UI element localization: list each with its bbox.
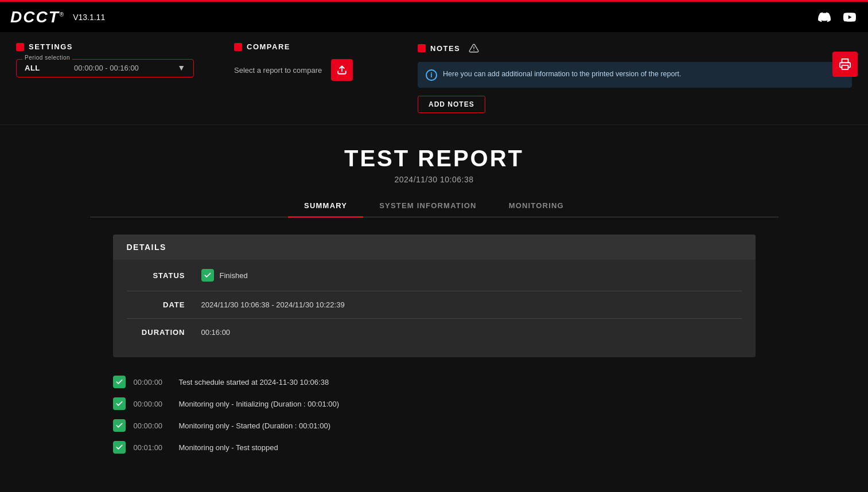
tab-system-information[interactable]: SYSTEM INFORMATION <box>363 196 492 217</box>
topbar: DCCT® V13.1.11 <box>0 0 868 32</box>
settings-red-square <box>16 43 24 51</box>
log-text-1: Test schedule started at 2024-11-30 10:0… <box>179 378 329 386</box>
log-entry: 00:00:00 Test schedule started at 2024-1… <box>113 371 756 393</box>
log-container: 00:00:00 Test schedule started at 2024-1… <box>90 357 779 458</box>
details-row-date: DATE 2024/11/30 10:06:38 - 2024/11/30 10… <box>127 291 742 319</box>
tab-summary[interactable]: SUMMARY <box>288 196 363 217</box>
log-time-2: 00:00:00 <box>134 400 171 408</box>
youtube-icon[interactable] <box>842 9 858 25</box>
settings-bar: SETTINGS Period selection ALL 00:00:00 -… <box>0 32 868 125</box>
compare-inner: Select a report to compare <box>234 59 395 81</box>
period-select-label: Period selection <box>22 54 72 61</box>
period-select[interactable]: Period selection ALL 00:00:00 - 00:16:00… <box>16 59 194 77</box>
main-content: TEST REPORT 2024/11/30 10:06:38 SUMMARY … <box>90 125 779 481</box>
notes-red-square <box>418 44 426 52</box>
notes-info-icon: i <box>426 69 437 81</box>
add-notes-button[interactable]: ADD NOTES <box>418 96 485 113</box>
status-value: Finished <box>201 269 742 282</box>
compare-section: COMPARE Select a report to compare <box>234 42 418 81</box>
svg-rect-2 <box>842 65 848 69</box>
tabs-row: SUMMARY SYSTEM INFORMATION MONITORING <box>90 196 779 217</box>
duration-value: 00:16:00 <box>201 328 742 337</box>
topbar-left: DCCT® V13.1.11 <box>10 9 105 25</box>
compare-title: COMPARE <box>234 42 395 51</box>
print-button[interactable] <box>832 52 858 77</box>
log-check-icon-2 <box>113 397 126 410</box>
log-entry: 00:00:00 Monitoring only - Initializing … <box>113 393 756 415</box>
details-box: DETAILS STATUS Finished <box>113 235 756 357</box>
log-time-1: 00:00:00 <box>134 378 171 386</box>
log-text-3: Monitoring only - Started (Duration : 00… <box>179 421 330 430</box>
date-value: 2024/11/30 10:06:38 - 2024/11/30 10:22:3… <box>201 300 742 309</box>
app-logo: DCCT® <box>10 9 65 25</box>
log-entry: 00:01:00 Monitoring only - Test stopped <box>113 436 756 458</box>
compare-label: Select a report to compare <box>234 66 322 75</box>
details-container: DETAILS STATUS Finished <box>90 217 779 357</box>
log-text-4: Monitoring only - Test stopped <box>179 443 278 452</box>
log-check-icon-3 <box>113 419 126 432</box>
report-title: TEST REPORT <box>90 146 779 171</box>
settings-title: SETTINGS <box>16 42 211 51</box>
details-header: DETAILS <box>113 235 756 260</box>
details-row-duration: DURATION 00:16:00 <box>127 319 742 346</box>
duration-label: DURATION <box>127 328 201 337</box>
period-select-row: ALL 00:00:00 - 00:16:00 ▼ <box>25 63 185 72</box>
notes-info-box: i Here you can add additional informatio… <box>418 62 852 88</box>
notes-warning-icon <box>468 42 480 54</box>
report-title-section: TEST REPORT 2024/11/30 10:06:38 <box>90 125 779 196</box>
report-date: 2024/11/30 10:06:38 <box>90 175 779 184</box>
log-check-icon-4 <box>113 441 126 454</box>
period-time-value: 00:00:00 - 00:16:00 <box>74 64 139 72</box>
settings-section: SETTINGS Period selection ALL 00:00:00 -… <box>16 42 234 77</box>
topbar-right <box>816 9 858 25</box>
compare-upload-button[interactable] <box>331 59 353 81</box>
discord-icon[interactable] <box>816 9 832 25</box>
notes-title: NOTES <box>418 42 852 54</box>
details-row-status: STATUS Finished <box>127 260 742 291</box>
log-time-4: 00:01:00 <box>134 443 171 452</box>
period-all-value: ALL <box>25 64 40 72</box>
notes-info-text: Here you can add additional information … <box>443 69 682 80</box>
log-entry: 00:00:00 Monitoring only - Started (Dura… <box>113 415 756 436</box>
app-version: V13.1.11 <box>73 13 105 22</box>
tab-monitoring[interactable]: MONITORING <box>493 196 580 217</box>
log-check-icon-1 <box>113 376 126 388</box>
status-check-icon <box>201 269 214 282</box>
date-label: DATE <box>127 300 201 309</box>
log-time-3: 00:00:00 <box>134 421 171 430</box>
compare-red-square <box>234 43 242 51</box>
details-body: STATUS Finished DATE 2024/11/30 <box>113 260 756 357</box>
log-text-2: Monitoring only - Initializing (Duration… <box>179 400 340 408</box>
notes-section: NOTES i Here you can add additional info… <box>418 42 852 113</box>
status-label: STATUS <box>127 271 201 280</box>
period-dropdown-arrow: ▼ <box>177 63 185 72</box>
